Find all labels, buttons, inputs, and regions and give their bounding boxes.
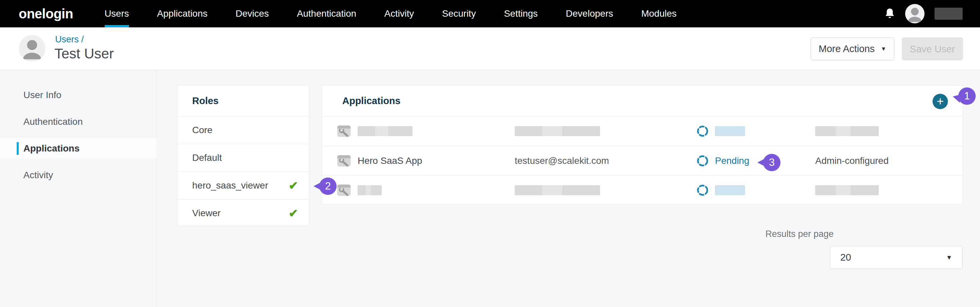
role-row-hero-saas-viewer[interactable]: hero_saas_viewer ✔ — [177, 171, 309, 199]
nav-item-developers[interactable]: Developers — [552, 0, 627, 27]
annotation-badge-1: 1 — [958, 87, 976, 105]
check-icon: ✔ — [289, 207, 299, 220]
app-wrench-icon — [337, 184, 351, 196]
role-row-viewer[interactable]: Viewer ✔ — [177, 199, 309, 227]
page-header: Users / Test User More Actions ▼ Save Us… — [0, 27, 980, 70]
add-application-button[interactable]: + — [932, 94, 948, 109]
provisioning-spinner-icon — [696, 155, 709, 167]
results-per-page-label: Results per page — [765, 229, 834, 239]
nav-item-activity[interactable]: Activity — [370, 0, 428, 27]
application-row-hero-saas-app[interactable]: Hero SaaS App testuser@scalekit.com Pend… — [321, 146, 963, 175]
more-actions-label: More Actions — [819, 43, 875, 54]
user-avatar[interactable] — [905, 4, 924, 23]
user-detail-sidebar: User Info Authentication Applications Ac… — [0, 70, 157, 307]
role-row-default[interactable]: Default — [177, 144, 309, 171]
nav-item-security[interactable]: Security — [428, 0, 490, 27]
onelogin-admin-page: onelogin Users Applications Devices Auth… — [0, 0, 980, 307]
role-name: Viewer — [192, 208, 221, 218]
provisioning-skeleton — [815, 185, 879, 195]
role-row-core[interactable]: Core — [177, 117, 309, 144]
sidebar-item-activity[interactable]: Activity — [0, 165, 157, 186]
page-title: Test User — [54, 46, 114, 62]
results-per-page-value: 20 — [840, 252, 851, 263]
nav-items: Users Applications Devices Authenticatio… — [91, 0, 691, 27]
onelogin-logo[interactable]: onelogin — [19, 6, 73, 21]
annotation-badge-3: 3 — [763, 154, 780, 171]
annotation-badge-2: 2 — [319, 177, 337, 195]
status-skeleton — [715, 185, 745, 195]
person-icon — [905, 4, 924, 23]
nav-item-applications[interactable]: Applications — [143, 0, 221, 27]
top-nav: onelogin Users Applications Devices Auth… — [0, 0, 980, 27]
nav-item-modules[interactable]: Modules — [627, 0, 690, 27]
nav-item-users[interactable]: Users — [91, 0, 143, 27]
app-wrench-icon — [337, 155, 351, 167]
status-cell — [696, 125, 815, 138]
status-cell: Pending — [696, 155, 815, 167]
breadcrumb-users-link[interactable]: Users / — [55, 34, 84, 45]
role-name: hero_saas_viewer — [192, 180, 268, 191]
application-row-loading[interactable] — [321, 175, 963, 204]
nav-item-settings[interactable]: Settings — [490, 0, 552, 27]
provisioning-spinner-icon — [696, 184, 709, 196]
sidebar-item-user-info[interactable]: User Info — [0, 84, 157, 106]
nav-item-devices[interactable]: Devices — [221, 0, 283, 27]
roles-panel-title: Roles — [177, 85, 309, 117]
app-wrench-icon — [337, 125, 351, 138]
roles-panel: Roles Core Default hero_saas_viewer ✔ Vi… — [177, 85, 309, 226]
more-actions-button[interactable]: More Actions ▼ — [811, 37, 894, 60]
applications-panel-title: Applications — [321, 85, 963, 117]
notifications-bell-icon[interactable] — [885, 8, 895, 20]
status-cell — [696, 184, 815, 196]
check-icon: ✔ — [289, 179, 299, 192]
sidebar-item-applications[interactable]: Applications — [0, 138, 157, 159]
status-pending-text: Pending — [715, 155, 749, 166]
status-skeleton — [715, 126, 745, 136]
app-name-skeleton — [358, 185, 382, 195]
application-row-loading[interactable] — [321, 117, 963, 146]
login-skeleton — [515, 126, 600, 136]
role-name: Default — [192, 152, 222, 163]
test-user-avatar — [19, 35, 45, 62]
account-name-chip[interactable] — [935, 8, 963, 20]
role-name: Core — [192, 125, 213, 136]
sidebar-item-authentication[interactable]: Authentication — [0, 111, 157, 133]
person-icon — [19, 35, 45, 62]
chevron-down-icon: ▼ — [881, 46, 886, 52]
chevron-down-icon: ▼ — [946, 254, 952, 261]
app-login: testuser@scalekit.com — [515, 155, 696, 166]
provisioning-spinner-icon — [696, 125, 709, 138]
results-per-page-select[interactable]: 20 ▼ — [830, 246, 963, 269]
provisioning-skeleton — [815, 126, 879, 136]
nav-item-authentication[interactable]: Authentication — [283, 0, 370, 27]
nav-right-group — [885, 4, 963, 23]
save-user-button[interactable]: Save User — [902, 37, 963, 60]
provisioning-state: Admin-configured — [815, 155, 963, 166]
login-skeleton — [515, 185, 600, 195]
app-name-skeleton — [358, 126, 412, 136]
app-name: Hero SaaS App — [358, 155, 515, 166]
applications-panel: Applications + — [321, 85, 963, 204]
